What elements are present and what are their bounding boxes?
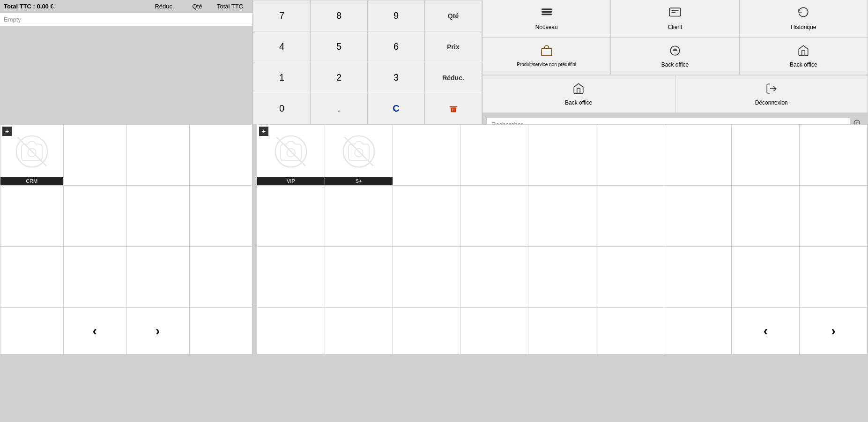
historique-button[interactable]: Historique (740, 0, 868, 38)
product-nav-empty-2[interactable] (190, 308, 253, 354)
backoffice-button2[interactable]: Back office (482, 75, 675, 113)
numpad-2[interactable]: 2 (311, 62, 368, 93)
right-nav-prev[interactable]: ‹ (732, 308, 800, 354)
right-empty-r3c9[interactable] (800, 247, 868, 308)
add-product-btn-crm[interactable]: + (2, 127, 12, 136)
right-nav-next[interactable]: › (800, 308, 868, 354)
client-icon (669, 7, 681, 22)
right-empty-r1c8[interactable] (732, 125, 800, 186)
right-nav-empty-6[interactable] (596, 308, 664, 354)
backoffice-button[interactable]: Back office (740, 38, 868, 75)
col-qty-header: Qté (183, 3, 211, 10)
order-body (0, 26, 252, 124)
right-empty-r1c6[interactable] (596, 125, 664, 186)
numpad-clear[interactable]: C (368, 93, 425, 124)
right-empty-r1c4[interactable] (460, 125, 528, 186)
add-product-btn-vip[interactable]: + (259, 127, 268, 136)
right-product-grid: + VIP (257, 125, 868, 354)
camera-placeholder-splus (340, 133, 378, 170)
numpad-3[interactable]: 3 (368, 62, 425, 93)
product-cell-vip[interactable]: + VIP (257, 125, 325, 186)
right-empty-r3c7[interactable] (664, 247, 732, 308)
reglement-label: Back office (661, 61, 689, 68)
right-empty-r3c3[interactable] (393, 247, 461, 308)
deconnexion-icon (765, 83, 778, 98)
product-label-splus: S+ (325, 177, 393, 185)
product-cell-empty-1[interactable] (64, 125, 127, 186)
right-empty-r2c7[interactable] (664, 186, 732, 247)
right-empty-r2c5[interactable] (528, 186, 596, 247)
right-empty-r1c5[interactable] (528, 125, 596, 186)
col-reduc-header: Réduc. (146, 3, 183, 10)
product-cell-empty-4[interactable] (0, 186, 64, 247)
product-cell-empty-11[interactable] (190, 247, 253, 308)
product-cell-empty-8[interactable] (0, 247, 64, 308)
numpad-dot[interactable]: . (311, 93, 368, 124)
right-empty-r2c1[interactable] (257, 186, 325, 247)
right-empty-r3c2[interactable] (325, 247, 393, 308)
right-empty-r2c4[interactable] (460, 186, 528, 247)
right-empty-r2c2[interactable] (325, 186, 393, 247)
product-cell-empty-7[interactable] (190, 186, 253, 247)
numpad-qty[interactable]: Qté (425, 0, 482, 31)
order-panel: Total TTC : 0,00 € Réduc. Qté Total TTC … (0, 0, 253, 124)
right-nav-empty-3[interactable] (393, 308, 461, 354)
right-empty-r1c9[interactable] (800, 125, 868, 186)
right-nav-empty-7[interactable] (664, 308, 732, 354)
backoffice-icon2 (572, 83, 585, 98)
product-label-crm: CRM (0, 177, 63, 185)
product-cell-empty-9[interactable] (64, 247, 127, 308)
camera-placeholder-crm (13, 133, 51, 170)
product-nav-next[interactable]: › (126, 308, 190, 354)
numpad-1[interactable]: 1 (253, 62, 311, 93)
right-empty-r3c8[interactable] (732, 247, 800, 308)
deconnexion-button[interactable]: Déconnexion (675, 75, 868, 113)
right-nav-empty-4[interactable] (460, 308, 528, 354)
product-cell-empty-5[interactable] (64, 186, 127, 247)
product-nav-prev[interactable]: ‹ (64, 308, 127, 354)
product-cell-empty-3[interactable] (190, 125, 253, 186)
product-cell-empty-10[interactable] (126, 247, 190, 308)
reglement-button[interactable]: Back office (611, 38, 739, 75)
numpad-6[interactable]: 6 (368, 31, 425, 62)
svg-point-21 (355, 148, 363, 157)
numpad-7[interactable]: 7 (253, 0, 311, 31)
svg-rect-0 (542, 8, 552, 10)
action-row3: Back office Déconnexion (482, 75, 868, 113)
right-empty-r2c6[interactable] (596, 186, 664, 247)
product-cell-crm[interactable]: + CRM (0, 125, 64, 186)
right-empty-r2c9[interactable] (800, 186, 868, 247)
client-label: Client (668, 24, 683, 30)
numpad-8[interactable]: 8 (311, 0, 368, 31)
product-cell-empty-2[interactable] (126, 125, 190, 186)
numpad-9[interactable]: 9 (368, 0, 425, 31)
numpad-delete[interactable] (425, 93, 482, 124)
right-empty-r1c7[interactable] (664, 125, 732, 186)
right-empty-r1c3[interactable] (393, 125, 461, 186)
product-label-vip: VIP (257, 177, 325, 185)
right-empty-r2c8[interactable] (732, 186, 800, 247)
produit-button[interactable]: Produit/service non prédéfini (482, 38, 611, 75)
svg-rect-3 (669, 8, 681, 16)
numpad-0[interactable]: 0 (253, 93, 311, 124)
numpad-prix[interactable]: Prix (425, 31, 482, 62)
product-cell-empty-6[interactable] (126, 186, 190, 247)
right-empty-r3c6[interactable] (596, 247, 664, 308)
right-nav-empty-5[interactable] (528, 308, 596, 354)
right-empty-r3c1[interactable] (257, 247, 325, 308)
product-cell-splus[interactable]: S+ (325, 125, 393, 186)
product-grid-right: + VIP (257, 124, 868, 355)
numpad-5[interactable]: 5 (311, 31, 368, 62)
right-nav-empty-1[interactable] (257, 308, 325, 354)
numpad-reduc[interactable]: Réduc. (425, 62, 482, 93)
produit-icon (541, 45, 553, 60)
numpad-4[interactable]: 4 (253, 31, 311, 62)
right-empty-r2c3[interactable] (393, 186, 461, 247)
action-buttons-grid: Nouveau Client Historique Produit/servic (482, 0, 868, 75)
right-empty-r3c5[interactable] (528, 247, 596, 308)
right-nav-empty-2[interactable] (325, 308, 393, 354)
right-empty-r3c4[interactable] (460, 247, 528, 308)
client-button[interactable]: Client (611, 0, 739, 38)
product-nav-empty-1[interactable] (0, 308, 64, 354)
nouveau-button[interactable]: Nouveau (482, 0, 611, 38)
